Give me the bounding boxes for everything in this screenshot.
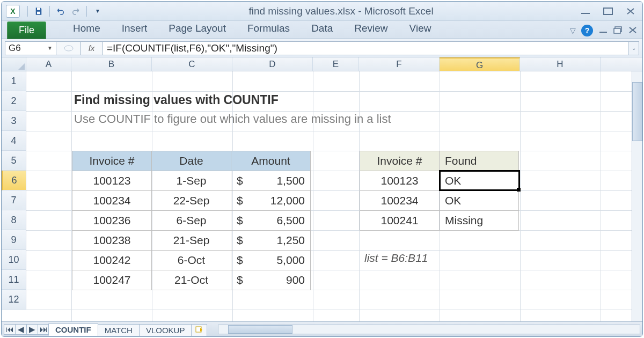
- title-bar: X ▼ find missing values.xlsx - Microsoft…: [2, 2, 642, 21]
- row-header[interactable]: 2: [2, 91, 26, 111]
- row-header[interactable]: 6: [2, 171, 26, 190]
- cell[interactable]: $5,000: [231, 251, 311, 270]
- cell[interactable]: $1,500: [231, 171, 311, 191]
- ribbon-tabs: File Home Insert Page Layout Formulas Da…: [2, 21, 642, 39]
- column-header[interactable]: A: [26, 57, 71, 71]
- cell[interactable]: 100234: [72, 191, 152, 211]
- formula-input[interactable]: =IF(COUNTIF(list,F6),"OK","Missing"): [103, 41, 628, 55]
- column-header[interactable]: C: [152, 57, 232, 71]
- column-header[interactable]: F: [359, 57, 440, 71]
- cell[interactable]: $6,500: [231, 211, 311, 231]
- table-header: Invoice #: [72, 151, 152, 171]
- tab-home[interactable]: Home: [62, 19, 111, 39]
- row-header[interactable]: 8: [2, 210, 26, 230]
- tab-insert[interactable]: Insert: [111, 19, 158, 39]
- redo-button[interactable]: [69, 5, 82, 17]
- column-header[interactable]: B: [71, 57, 152, 71]
- select-all-corner[interactable]: [2, 57, 26, 71]
- sheet-nav-prev[interactable]: ◀: [15, 324, 27, 335]
- insert-sheet-button[interactable]: [191, 324, 207, 336]
- sheet-nav-last[interactable]: ⏭: [38, 324, 49, 335]
- sheet-tab-vlookup[interactable]: VLOOKUP: [139, 324, 192, 336]
- svg-rect-6: [614, 28, 620, 33]
- cell[interactable]: 100234: [360, 191, 440, 211]
- formula-bar-expand[interactable]: ⌄: [628, 41, 639, 55]
- tab-review[interactable]: Review: [343, 19, 398, 39]
- workbook-close-button[interactable]: [628, 26, 637, 35]
- cell[interactable]: 100123: [72, 171, 152, 191]
- horizontal-scrollbar[interactable]: [218, 325, 640, 334]
- cell[interactable]: OK: [440, 171, 519, 191]
- undo-button[interactable]: [54, 5, 67, 17]
- row-header[interactable]: 10: [2, 250, 26, 270]
- save-button[interactable]: [32, 5, 45, 17]
- cell[interactable]: 100236: [72, 211, 152, 231]
- row-header[interactable]: 9: [2, 230, 26, 250]
- sheet-tab-countif[interactable]: COUNTIF: [48, 324, 98, 336]
- workbook-minimize-button[interactable]: [598, 26, 608, 35]
- file-tab[interactable]: File: [7, 21, 46, 39]
- cell[interactable]: 100242: [72, 251, 152, 270]
- name-box[interactable]: G6 ▼: [5, 41, 56, 55]
- row-header[interactable]: 5: [2, 151, 26, 171]
- cell[interactable]: 100238: [72, 231, 152, 251]
- cell[interactable]: Missing: [440, 211, 519, 231]
- cell[interactable]: 21-Sep: [152, 231, 231, 251]
- sheet-content: Find missing values with COUNTIF Use COU…: [26, 71, 642, 321]
- workbook-restore-button[interactable]: [613, 26, 623, 35]
- cell[interactable]: 100241: [360, 211, 440, 231]
- insert-function-button[interactable]: fx: [81, 41, 103, 55]
- cell[interactable]: 6-Oct: [152, 251, 231, 270]
- help-button[interactable]: ?: [581, 25, 593, 36]
- cell-surface[interactable]: Find missing values with COUNTIF Use COU…: [26, 71, 642, 321]
- column-header[interactable]: D: [232, 57, 313, 71]
- namebox-extra: [56, 41, 81, 55]
- row-header[interactable]: 7: [2, 190, 26, 210]
- cell[interactable]: $1,250: [231, 231, 311, 251]
- minimize-button[interactable]: [578, 6, 593, 17]
- cell[interactable]: $12,000: [231, 191, 311, 211]
- table-header: Found: [440, 151, 519, 171]
- cell[interactable]: $900: [231, 270, 311, 290]
- ribbon-minimize-icon[interactable]: ▽: [570, 26, 576, 35]
- maximize-button[interactable]: [601, 6, 616, 17]
- column-header[interactable]: E: [313, 57, 359, 71]
- svg-point-7: [64, 46, 73, 51]
- close-button[interactable]: [623, 6, 638, 17]
- table-header: Invoice #: [360, 151, 440, 171]
- column-header[interactable]: G: [440, 57, 520, 71]
- chevron-down-icon[interactable]: ▼: [47, 45, 53, 51]
- cell[interactable]: 6-Sep: [152, 211, 231, 231]
- column-header[interactable]: H: [520, 57, 601, 71]
- row-header[interactable]: 12: [2, 290, 26, 310]
- page-title: Find missing values with COUNTIF: [74, 93, 279, 107]
- cell[interactable]: 1-Sep: [152, 171, 231, 191]
- qat-customize-dropdown[interactable]: ▼: [91, 5, 104, 17]
- cell[interactable]: 21-Oct: [152, 270, 231, 290]
- divider: [86, 6, 87, 17]
- invoices-table: Invoice # Date Amount 1001231-Sep$1,5001…: [72, 151, 311, 290]
- cell[interactable]: 100247: [72, 270, 152, 290]
- table-row: 10023422-Sep$12,000: [72, 191, 311, 211]
- sheet-nav-next[interactable]: ▶: [26, 324, 38, 335]
- row-header[interactable]: 3: [2, 111, 26, 131]
- table-row: 1002366-Sep$6,500: [72, 211, 311, 231]
- svg-rect-0: [37, 8, 40, 10]
- tab-formulas[interactable]: Formulas: [237, 19, 301, 39]
- sheet-nav-first[interactable]: ⏮: [4, 324, 16, 335]
- tab-view[interactable]: View: [399, 19, 442, 39]
- sheet-tab-match[interactable]: MATCH: [98, 324, 140, 336]
- cell[interactable]: 100123: [360, 171, 440, 191]
- row-header[interactable]: 4: [2, 131, 26, 151]
- cell[interactable]: 22-Sep: [152, 191, 231, 211]
- scrollbar-thumb[interactable]: [632, 82, 642, 141]
- scrollbar-thumb[interactable]: [228, 325, 292, 334]
- tab-page-layout[interactable]: Page Layout: [158, 19, 237, 39]
- quick-access-toolbar: X ▼: [6, 5, 104, 18]
- row-header[interactable]: 11: [2, 270, 26, 290]
- cell[interactable]: OK: [440, 191, 519, 211]
- vertical-scrollbar[interactable]: [632, 71, 642, 321]
- row-header[interactable]: 1: [2, 71, 26, 91]
- tab-data[interactable]: Data: [301, 19, 343, 39]
- worksheet-grid[interactable]: ABCDEFGH 123456789101112 Find missing va…: [2, 57, 642, 336]
